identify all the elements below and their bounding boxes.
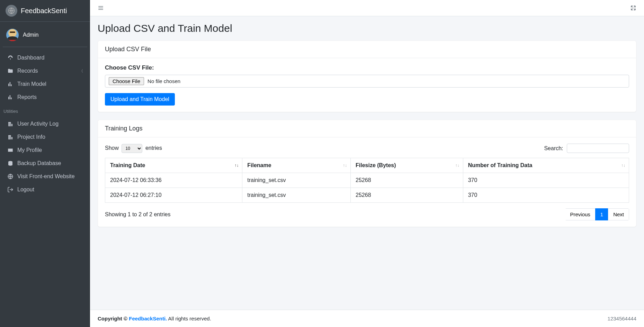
col-filename[interactable]: Filename ↑↓ [242,158,351,173]
sort-icon: ↑↓ [621,163,625,168]
sidebar-item-label: Train Model [17,81,83,87]
page-title: Upload CSV and Train Model [98,22,636,34]
main: Upload CSV and Train Model Upload CSV Fi… [90,0,644,327]
file-status: No file chosen [147,78,180,84]
sidebar-item-user-activity-log[interactable]: User Activity Log [3,117,87,130]
file-input-wrapper[interactable]: Choose File No file chosen [105,75,629,88]
cell-count: 370 [463,173,629,188]
sidebar-item-label: Records [17,68,76,74]
sidebar-item-backup-database[interactable]: Backup Database [3,157,87,170]
sidebar-item-train-model[interactable]: Train Model [3,78,87,91]
chart-bar-icon [7,94,14,100]
dashboard-icon [7,55,14,61]
footer-version: 1234564444 [608,316,636,321]
training-logs-title: Training Logs [98,120,636,137]
content: Upload CSV and Train Model Upload CSV Fi… [90,16,644,310]
brand-name: FeedbackSenti [21,7,67,15]
building-icon [7,134,14,140]
cell-date: 2024-07-12 06:27:10 [105,188,242,203]
upload-card-title: Upload CSV File [98,41,636,58]
page-1-button[interactable]: 1 [595,208,608,220]
copyright: Copyright © FeedbackSenti. All rights re… [98,316,211,321]
expand-icon[interactable] [630,5,636,11]
prev-page-button[interactable]: Previous [565,208,595,220]
cell-size: 25268 [351,188,463,203]
logout-icon [7,187,14,193]
avatar [6,29,19,41]
chart-bar-icon [7,81,14,87]
globe-icon [7,173,14,180]
length-control: Show 10 entries [105,144,162,153]
sidebar-item-reports[interactable]: Reports [3,91,87,104]
show-label: Show [105,145,119,151]
table-row: 2024-07-12 06:33:36 training_set.csv 252… [105,173,629,188]
sort-icon: ↑↓ [455,163,459,168]
sidebar-item-label: Project Info [17,134,83,140]
username: Admin [23,32,38,38]
table-info: Showing 1 to 2 of 2 entries [105,211,170,218]
table-footer: Showing 1 to 2 of 2 entries Previous 1 N… [105,208,629,220]
topbar [90,0,644,16]
nav-utilities: User Activity Log Project Info My Profil… [0,116,90,198]
footer: Copyright © FeedbackSenti. All rights re… [90,310,644,327]
folder-icon [7,68,14,74]
menu-toggle-icon[interactable] [98,5,104,11]
user-panel[interactable]: Admin [3,23,87,47]
sidebar-item-records[interactable]: Records 〈 [3,64,87,78]
entries-label: entries [145,145,162,151]
upload-train-button[interactable]: Upload and Train Model [105,93,175,106]
nav-header-utilities: Utilities [0,105,90,116]
sidebar-item-label: User Activity Log [17,121,83,127]
cell-count: 370 [463,188,629,203]
sidebar-item-project-info[interactable]: Project Info [3,130,87,144]
nav-main: Dashboard Records 〈 Train Model Reports [0,50,90,105]
pagination: Previous 1 Next [565,208,629,220]
col-training-date[interactable]: Training Date ↑↓ [105,158,242,173]
sidebar-item-visit-frontend[interactable]: Visit Front-end Website [3,170,87,183]
brand-logo-icon [6,5,17,17]
col-num-training[interactable]: Number of Training Data ↑↓ [463,158,629,173]
building-icon [7,121,14,127]
database-icon [7,160,14,166]
sort-icon: ↑↓ [343,163,347,168]
search-control: Search: [544,144,629,153]
sidebar-item-label: Logout [17,187,83,193]
table-controls: Show 10 entries Search: [105,144,629,153]
sidebar-item-my-profile[interactable]: My Profile [3,144,87,157]
sidebar-item-label: My Profile [17,147,83,153]
page-size-select[interactable]: 10 [122,144,142,153]
sidebar-item-dashboard[interactable]: Dashboard [3,51,87,64]
choose-file-button[interactable]: Choose File [109,77,144,85]
table-row: 2024-07-12 06:27:10 training_set.csv 252… [105,188,629,203]
sidebar-item-label: Backup Database [17,160,83,166]
sidebar-item-logout[interactable]: Logout [3,183,87,196]
id-card-icon [7,147,14,153]
sidebar: FeedbackSenti Admin Dashboard Records 〈 … [0,0,90,327]
cell-size: 25268 [351,173,463,188]
search-input[interactable] [567,144,629,153]
upload-card: Upload CSV File Choose CSV File: Choose … [98,40,636,112]
next-page-button[interactable]: Next [608,208,629,220]
cell-filename: training_set.csv [242,173,351,188]
cell-filename: training_set.csv [242,188,351,203]
sidebar-item-label: Dashboard [17,55,83,61]
brand[interactable]: FeedbackSenti [0,0,90,22]
cell-date: 2024-07-12 06:33:36 [105,173,242,188]
sidebar-item-label: Reports [17,94,83,100]
training-logs-card: Training Logs Show 10 entries Search: [98,120,636,227]
search-label: Search: [544,145,563,151]
sort-icon: ↑↓ [234,163,239,168]
training-logs-table: Training Date ↑↓ Filename ↑↓ Filesize (B… [105,158,629,203]
chevron-left-icon: 〈 [79,69,83,74]
col-filesize[interactable]: Filesize (Bytes) ↑↓ [351,158,463,173]
footer-brand-link[interactable]: FeedbackSenti. [129,316,167,321]
sidebar-item-label: Visit Front-end Website [17,173,83,180]
choose-file-label: Choose CSV File: [105,64,629,71]
